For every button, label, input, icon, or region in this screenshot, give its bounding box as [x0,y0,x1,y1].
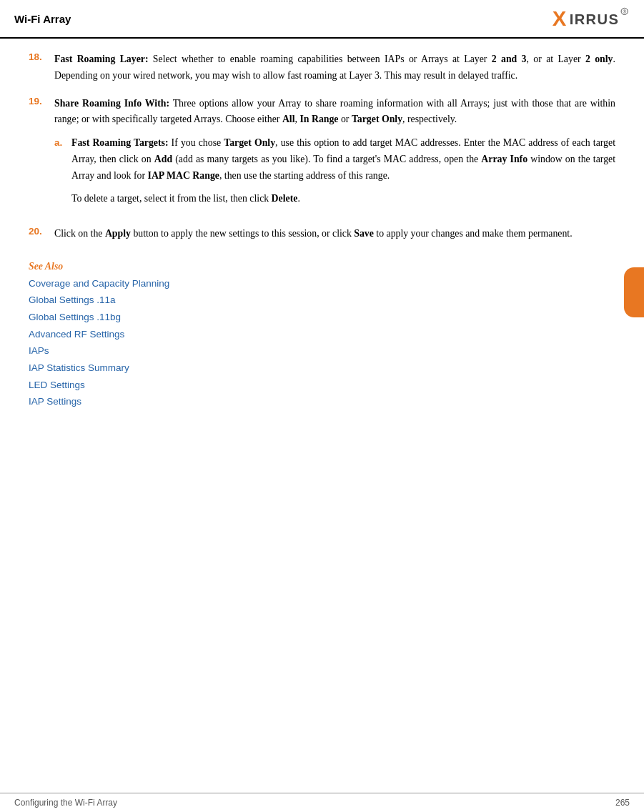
main-content: 18. Fast Roaming Layer: Select whether t… [0,39,644,423]
page-wrapper: Wi-Fi Array X IRRUS ® 18. Fast Roaming L… [0,0,644,812]
page-title: Wi-Fi Array [14,13,71,25]
svg-text:X: X [553,6,568,30]
sub-list-19: a. Fast Roaming Targets: If you chose Ta… [54,135,615,207]
list-content-18: Fast Roaming Layer: Select whether to en… [54,51,615,84]
svg-text:®: ® [623,9,626,14]
see-also-title: See Also [29,261,615,272]
xirrus-logo-svg: X IRRUS ® [551,6,630,31]
see-also-link-global-11a[interactable]: Global Settings .11a [29,292,615,309]
sub-item-a: a. Fast Roaming Targets: If you chose Ta… [54,135,615,207]
list-number-19: 19. [29,96,54,107]
orange-tab [624,267,644,317]
see-also-link-advanced-rf[interactable]: Advanced RF Settings [29,326,615,343]
list-content-20: Click on the Apply button to apply the n… [54,226,615,242]
list-item-18: 18. Fast Roaming Layer: Select whether t… [29,51,615,84]
list-content-19: Share Roaming Info With: Three options a… [54,96,615,215]
page-footer: Configuring the Wi-Fi Array 265 [0,793,644,812]
svg-text:IRRUS: IRRUS [570,11,620,27]
list-item-19: 19. Share Roaming Info With: Three optio… [29,96,615,215]
list-number-18: 18. [29,51,54,62]
see-also-link-global-11bg[interactable]: Global Settings .11bg [29,309,615,326]
see-also-link-led[interactable]: LED Settings [29,377,615,394]
see-also-link-coverage[interactable]: Coverage and Capacity Planning [29,275,615,292]
list-item-20: 20. Click on the Apply button to apply t… [29,226,615,242]
footer-right: 265 [615,798,630,808]
see-also-link-iap-settings[interactable]: IAP Settings [29,393,615,410]
see-also-link-iap-stats[interactable]: IAP Statistics Summary [29,360,615,377]
delete-paragraph: To delete a target, select it from the l… [71,191,615,207]
sub-label-a: a. [54,135,71,151]
logo: X IRRUS ® [551,6,630,31]
sub-content-a: Fast Roaming Targets: If you chose Targe… [71,135,615,207]
footer-left: Configuring the Wi-Fi Array [14,798,117,808]
see-also-section: See Also Coverage and Capacity Planning … [29,258,615,410]
see-also-link-iaps[interactable]: IAPs [29,342,615,360]
list-number-20: 20. [29,226,54,237]
page-header: Wi-Fi Array X IRRUS ® [0,0,644,39]
